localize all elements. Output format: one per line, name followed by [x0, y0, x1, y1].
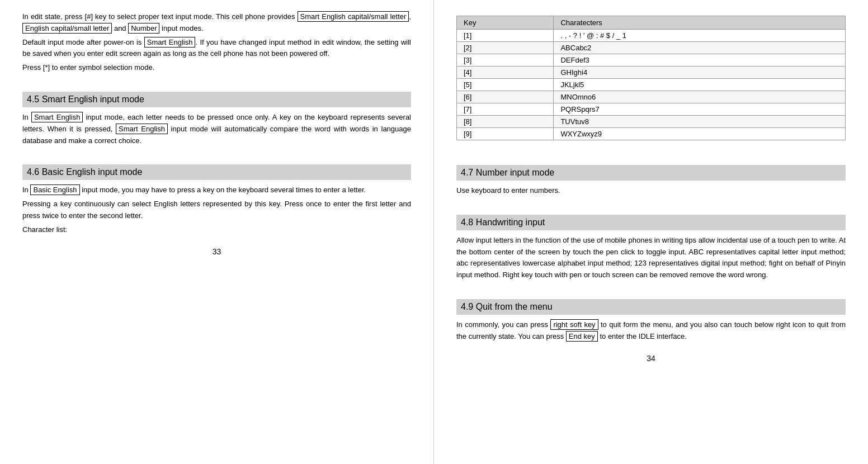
section-46-p3: Character list:	[22, 224, 411, 236]
section-48-header: 4.8 Handwriting input	[456, 215, 846, 230]
table-cell-chars: GHIghi4	[554, 67, 846, 79]
smart-english-box-4: Smart English	[116, 124, 168, 134]
table-row: [4]GHIghi4	[457, 67, 846, 79]
section-49-p1: In commonly, you can press right soft ke…	[456, 319, 846, 343]
right-page: Key Charatecters [1]. , - ? ! ' @ : # $ …	[434, 0, 868, 464]
table-cell-key: [9]	[457, 128, 554, 140]
table-row: [7]PQRSpqrs7	[457, 103, 846, 116]
basic-english-box: Basic English	[30, 184, 79, 195]
section-46-header: 4.6 Basic English input mode	[22, 164, 411, 180]
table-cell-key: [5]	[457, 79, 554, 91]
s45-text-1: In	[22, 113, 31, 121]
comma-text: ,	[409, 12, 411, 21]
intro-paragraph-2: Default input mode after power-on is Sma…	[22, 37, 411, 60]
section-46-p1: In Basic English input mode, you may hav…	[22, 184, 411, 196]
table-row: [6]MNOmno6	[457, 91, 846, 103]
table-row: [3]DEFdef3	[457, 54, 846, 67]
right-soft-key-box: right soft key	[550, 319, 598, 330]
smart-english-box-2: Smart English	[144, 37, 196, 48]
table-cell-key: [8]	[457, 116, 554, 128]
table-cell-key: [7]	[457, 103, 554, 116]
intro-text-1: In edit state, press [#] key to select p…	[22, 12, 298, 21]
s49-text-3: to enter the IDLE interface.	[598, 332, 687, 340]
end-key-box: End key	[566, 331, 598, 342]
section-48-p1: Allow input letters in the function of t…	[456, 235, 846, 281]
table-cell-key: [1]	[457, 30, 554, 42]
section-46-p2: Pressing a key continuously can select E…	[22, 198, 411, 222]
number-box: Number	[128, 23, 159, 34]
table-cell-chars: MNOmno6	[554, 91, 846, 103]
smart-english-box-3: Smart English	[31, 112, 83, 122]
table-row: [2]ABCabc2	[457, 42, 846, 54]
s46-text-1: In	[22, 186, 30, 194]
table-cell-key: [6]	[457, 91, 554, 103]
right-page-number: 34	[456, 354, 846, 363]
intro-paragraph-1: In edit state, press [#] key to select p…	[22, 11, 411, 35]
s46-text-2: input mode, you may have to press a key …	[80, 186, 366, 194]
section-47-p1: Use keyboard to enter numbers.	[456, 185, 846, 197]
table-cell-chars: JKLjkl5	[554, 79, 846, 91]
section-45-content: In Smart English input mode, each letter…	[22, 112, 411, 146]
s49-text-1: In commonly, you can press	[456, 320, 550, 329]
table-cell-chars: DEFdef3	[554, 54, 846, 67]
table-col-chars: Charatecters	[554, 16, 846, 30]
table-row: [9]WXYZwxyz9	[457, 128, 846, 140]
table-cell-chars: . , - ? ! ' @ : # $ / _ 1	[554, 30, 846, 42]
table-cell-key: [4]	[457, 67, 554, 79]
and-text: and	[112, 24, 128, 32]
table-row: [5]JKLjkl5	[457, 79, 846, 91]
section-49-header: 4.9 Quit from the menu	[456, 299, 846, 315]
table-col-key: Key	[457, 16, 554, 30]
section-45-header: 4.5 Smart English input mode	[22, 92, 411, 107]
table-cell-chars: WXYZwxyz9	[554, 128, 846, 140]
table-cell-key: [2]	[457, 42, 554, 54]
table-cell-chars: PQRSpqrs7	[554, 103, 846, 116]
table-row: [8]TUVtuv8	[457, 116, 846, 128]
table-cell-key: [3]	[457, 54, 554, 67]
intro-paragraph-3: Press [*] to enter symbol selection mode…	[22, 62, 411, 74]
table-cell-chars: ABCabc2	[554, 42, 846, 54]
table-row: [1]. , - ? ! ' @ : # $ / _ 1	[457, 30, 846, 42]
smart-english-box: Smart English capital/small letter	[298, 11, 409, 22]
table-cell-chars: TUVtuv8	[554, 116, 846, 128]
intro-text-end: input modes.	[159, 24, 203, 32]
english-box: English capital/small letter	[22, 23, 112, 34]
section-47-header: 4.7 Number input mode	[456, 165, 846, 181]
character-table: Key Charatecters [1]. , - ? ! ' @ : # $ …	[456, 16, 846, 140]
intro-p2-start: Default input mode after power-on is	[22, 38, 144, 46]
left-page: In edit state, press [#] key to select p…	[0, 0, 434, 464]
left-page-number: 33	[22, 247, 411, 256]
